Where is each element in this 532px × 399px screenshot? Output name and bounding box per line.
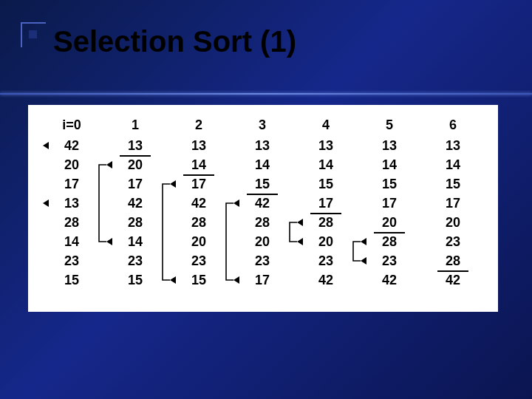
swap-arrow-icon xyxy=(43,142,49,149)
column-header: 3 xyxy=(241,117,284,137)
diagram-inner: i=04220171328142315113201742281423152131… xyxy=(50,117,482,300)
array-cell: 17 xyxy=(50,176,93,195)
array-cell: 28 xyxy=(114,214,157,233)
array-cell: 20 xyxy=(177,233,220,253)
array-cell: 14 xyxy=(114,233,157,253)
array-cell: 28 xyxy=(368,233,411,253)
array-cell: 17 xyxy=(177,176,220,195)
array-cell: 23 xyxy=(432,233,474,253)
array-cell: 42 xyxy=(50,137,93,157)
title-underline xyxy=(0,93,532,95)
swap-arrow-icon xyxy=(106,238,112,245)
column-3: 31314154228202317 xyxy=(241,117,284,291)
array-cell: 23 xyxy=(50,253,93,272)
array-cell: 23 xyxy=(177,253,220,272)
array-cell: 20 xyxy=(304,233,347,253)
array-cell: 17 xyxy=(432,195,474,214)
array-cell: 20 xyxy=(432,214,474,233)
array-cell: 13 xyxy=(177,137,220,157)
array-cell: 28 xyxy=(304,214,347,233)
array-cell: 20 xyxy=(368,214,411,233)
array-cell: 28 xyxy=(50,214,93,233)
column-6: 61314151720232842 xyxy=(432,117,474,291)
array-cell: 13 xyxy=(114,137,157,157)
array-cell: 17 xyxy=(241,272,284,291)
array-cell: 17 xyxy=(368,195,411,214)
array-cell: 15 xyxy=(177,272,220,291)
column-header: 6 xyxy=(432,117,474,137)
diagram-panel: i=04220171328142315113201742281423152131… xyxy=(28,105,498,312)
array-cell: 17 xyxy=(114,176,157,195)
array-cell: 13 xyxy=(241,137,284,157)
array-cell: 13 xyxy=(368,137,411,157)
array-cell: 42 xyxy=(241,195,284,214)
swap-arrow-icon xyxy=(106,161,112,168)
array-cell: 23 xyxy=(114,253,157,272)
array-cell: 28 xyxy=(241,214,284,233)
array-cell: 42 xyxy=(432,272,474,291)
column-2: 21314174228202315 xyxy=(177,117,220,291)
array-cell: 14 xyxy=(241,157,284,176)
swap-arrow-icon xyxy=(297,238,303,245)
array-cell: 15 xyxy=(114,272,157,291)
column-0: i=04220171328142315 xyxy=(50,117,93,291)
array-cell: 23 xyxy=(368,253,411,272)
array-cell: 28 xyxy=(177,214,220,233)
swap-arrow-icon xyxy=(361,257,366,265)
swap-arrow-icon xyxy=(170,276,176,284)
column-header: 2 xyxy=(177,117,220,137)
array-cell: 23 xyxy=(304,253,347,272)
swap-arrow-icon xyxy=(297,219,303,226)
array-cell: 17 xyxy=(304,195,347,214)
array-cell: 15 xyxy=(368,176,411,195)
column-5: 51314151720282342 xyxy=(368,117,411,291)
array-cell: 15 xyxy=(50,272,93,291)
array-cell: 14 xyxy=(177,157,220,176)
array-cell: 42 xyxy=(114,195,157,214)
array-cell: 20 xyxy=(114,157,157,176)
array-cell: 20 xyxy=(50,157,93,176)
array-cell: 15 xyxy=(432,176,474,195)
slide-title: Selection Sort (1) xyxy=(53,25,296,58)
column-header: 1 xyxy=(114,117,157,137)
array-cell: 42 xyxy=(304,272,347,291)
swap-arrow-icon xyxy=(170,180,176,188)
column-1: 11320174228142315 xyxy=(114,117,157,291)
swap-arrow-icon xyxy=(233,276,239,284)
array-cell: 42 xyxy=(368,272,411,291)
array-cell: 13 xyxy=(304,137,347,157)
array-cell: 23 xyxy=(241,253,284,272)
array-cell: 15 xyxy=(241,176,284,195)
array-cell: 14 xyxy=(368,157,411,176)
array-cell: 14 xyxy=(50,233,93,253)
swap-arrow-icon xyxy=(43,200,49,207)
slide: Selection Sort (1) i=0422017132814231511… xyxy=(0,0,532,399)
column-header: 4 xyxy=(304,117,347,137)
swap-arrow-icon xyxy=(361,238,366,245)
corner-decoration xyxy=(21,22,46,47)
array-cell: 14 xyxy=(432,157,474,176)
swap-arrow-icon xyxy=(233,200,239,207)
array-cell: 20 xyxy=(241,233,284,253)
column-4: 41314151728202342 xyxy=(304,117,347,291)
array-cell: 15 xyxy=(304,176,347,195)
array-cell: 13 xyxy=(432,137,474,157)
array-cell: 13 xyxy=(50,195,93,214)
array-cell: 42 xyxy=(177,195,220,214)
array-cell: 14 xyxy=(304,157,347,176)
array-cell: 28 xyxy=(432,253,474,272)
column-header: 5 xyxy=(368,117,411,137)
column-header: i=0 xyxy=(50,117,93,137)
